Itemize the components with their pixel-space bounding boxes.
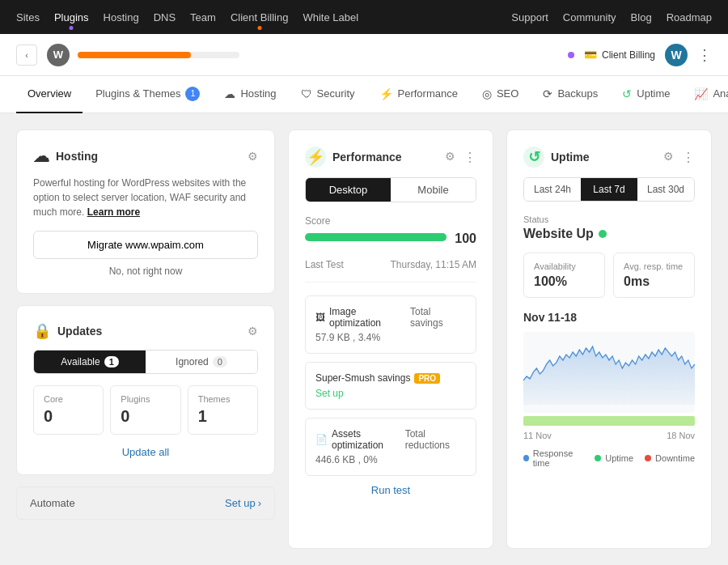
tab-7d-label: Last 7d xyxy=(593,184,624,195)
tab-performance[interactable]: ⚡ Performance xyxy=(368,76,469,113)
tab-7d[interactable]: Last 7d xyxy=(581,178,637,201)
uptime-card: ↺ Uptime ⚙ ⋮ Last 24h Last 7d Last 30d S… xyxy=(506,130,712,549)
tab-30d[interactable]: Last 30d xyxy=(637,178,694,201)
tab-performance-label: Performance xyxy=(398,87,458,100)
hosting-settings-button[interactable]: ⚙ xyxy=(248,150,258,163)
client-billing-button[interactable]: 💳 Client Billing xyxy=(584,49,655,61)
nav-client-billing[interactable]: Client Billing xyxy=(231,2,289,33)
stats-row: Availability 100% Avg. resp. time 0ms xyxy=(523,253,695,298)
hosting-tab-icon: ☁ xyxy=(224,87,235,100)
performance-icon: ⚡ xyxy=(305,147,326,168)
tab-24h[interactable]: Last 24h xyxy=(524,178,581,201)
hosting-title: ☁ Hosting xyxy=(33,147,98,166)
plugins-value: 0 xyxy=(121,407,170,426)
wordpress-icon[interactable]: W xyxy=(665,44,688,66)
nav-roadmap[interactable]: Roadmap xyxy=(667,2,712,33)
ignored-tab-label: Ignored xyxy=(176,356,209,367)
score-label: Score xyxy=(305,215,476,227)
learn-more-link[interactable]: Learn more xyxy=(87,206,140,218)
nav-hosting[interactable]: Hosting xyxy=(104,2,139,33)
status-section: Status Website Up xyxy=(523,215,695,241)
hosting-card: ☁ Hosting ⚙ Powerful hosting for WordPre… xyxy=(16,130,275,294)
status-dot xyxy=(568,52,574,58)
tab-backups[interactable]: ⟳ Backups xyxy=(531,76,609,113)
uptime-icon: ↺ xyxy=(523,147,544,168)
no-thanks-text: No, not right now xyxy=(33,266,258,277)
last-test-row: Last Test Thursday, 11:15 AM xyxy=(305,259,476,282)
score-row: 100 xyxy=(305,232,476,246)
nav-plugins[interactable]: Plugins xyxy=(54,2,89,33)
automate-setup-link[interactable]: Set up › xyxy=(225,497,261,509)
analytics-tab-icon: 📈 xyxy=(694,87,708,100)
nav-community[interactable]: Community xyxy=(563,2,616,33)
migrate-button[interactable]: Migrate www.wpaim.com xyxy=(33,231,258,259)
tab-30d-label: Last 30d xyxy=(647,184,684,195)
updates-grid: Core 0 Plugins 0 Themes 1 xyxy=(33,385,258,435)
nav-left: Sites Plugins Hosting DNS Team Client Bi… xyxy=(16,2,358,33)
ignored-tab[interactable]: Ignored 0 xyxy=(146,350,257,373)
performance-settings-button[interactable]: ⚙ xyxy=(445,150,455,165)
ignored-count: 0 xyxy=(213,356,227,367)
run-test-link[interactable]: Run test xyxy=(305,484,476,496)
tab-uptime[interactable]: ↺ Uptime xyxy=(611,76,681,113)
tab-plugins-themes[interactable]: Plugins & Themes 1 xyxy=(84,76,211,113)
plugins-dot xyxy=(70,26,74,30)
image-opt-savings-label: Total savings xyxy=(410,306,466,329)
assets-savings-label: Total reductions xyxy=(405,428,466,451)
tab-24h-label: Last 24h xyxy=(534,184,571,195)
more-options-button[interactable]: ⋮ xyxy=(697,46,712,64)
backups-tab-icon: ⟳ xyxy=(543,87,552,100)
assets-value: 446.6 KB , 0% xyxy=(315,454,466,465)
mobile-tab-label: Mobile xyxy=(417,184,448,196)
back-button[interactable]: ‹ xyxy=(16,45,37,66)
performance-title-label: Performance xyxy=(332,151,402,164)
tab-uptime-label: Uptime xyxy=(637,87,670,100)
left-column: ☁ Hosting ⚙ Powerful hosting for WordPre… xyxy=(16,130,275,549)
downtime-legend: Downtime xyxy=(645,448,695,468)
tab-overview[interactable]: Overview xyxy=(16,76,83,113)
nav-right: Support Community Blog Roadmap xyxy=(511,2,712,33)
desktop-tab[interactable]: Desktop xyxy=(306,178,391,202)
tab-backups-label: Backups xyxy=(557,87,598,100)
uptime-title: ↺ Uptime xyxy=(523,147,589,168)
tab-security[interactable]: 🛡 Security xyxy=(290,76,366,113)
uptime-more-button[interactable]: ⋮ xyxy=(682,150,695,165)
themes-value: 1 xyxy=(198,407,248,426)
nav-sites[interactable]: Sites xyxy=(16,2,40,33)
uptime-card-header: ↺ Uptime ⚙ ⋮ xyxy=(523,147,695,168)
response-time-label: Response time xyxy=(533,448,583,468)
uptime-settings-button[interactable]: ⚙ xyxy=(663,150,674,165)
mobile-tab[interactable]: Mobile xyxy=(391,178,476,202)
hosting-description: Powerful hosting for WordPress websites … xyxy=(33,176,258,219)
updates-title-label: Updates xyxy=(57,325,102,338)
nav-team[interactable]: Team xyxy=(190,2,216,33)
chart-dates: 11 Nov 18 Nov xyxy=(523,431,695,440)
availability-label: Availability xyxy=(534,261,595,271)
available-tab[interactable]: Available 1 xyxy=(34,350,146,373)
setup-label: Set up xyxy=(225,497,256,509)
updates-settings-button[interactable]: ⚙ xyxy=(248,325,258,338)
avg-resp-cell: Avg. resp. time 0ms xyxy=(613,253,695,298)
performance-more-button[interactable]: ⋮ xyxy=(463,150,476,165)
image-optimization-section: 🖼 Image optimization Total savings 57.9 … xyxy=(305,295,476,354)
client-billing-dot xyxy=(257,26,261,30)
tab-analytics[interactable]: 📈 Analytics xyxy=(683,76,728,113)
nav-dns[interactable]: DNS xyxy=(154,2,176,33)
nav-blog[interactable]: Blog xyxy=(631,2,652,33)
image-icon: 🖼 xyxy=(315,312,325,323)
updates-title: 🔒 Updates xyxy=(33,322,102,340)
updates-card-header: 🔒 Updates ⚙ xyxy=(33,322,258,340)
tab-seo[interactable]: ◎ SEO xyxy=(471,76,530,113)
themes-cell: Themes 1 xyxy=(188,385,258,435)
nav-support[interactable]: Support xyxy=(511,2,548,33)
uptime-legend: Uptime xyxy=(595,448,633,468)
core-cell: Core 0 xyxy=(33,385,104,435)
nav-white-label[interactable]: White Label xyxy=(303,2,358,33)
uptime-title-label: Uptime xyxy=(551,151,589,164)
tab-hosting[interactable]: ☁ Hosting xyxy=(213,76,287,113)
performance-card: ⚡ Performance ⚙ ⋮ Desktop Mobile Score 1… xyxy=(288,130,493,549)
update-all-button[interactable]: Update all xyxy=(33,446,258,458)
score-bar xyxy=(305,233,447,241)
smush-setup-link[interactable]: Set up xyxy=(315,388,344,399)
uptime-period-tabs: Last 24h Last 7d Last 30d xyxy=(523,177,695,202)
